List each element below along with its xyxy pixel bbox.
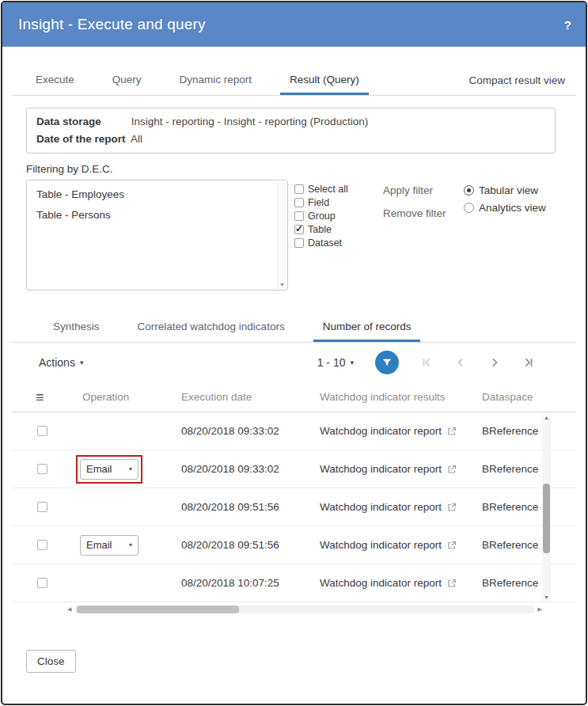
table-horizontal-scrollbar[interactable]: ◀ ▶ [67, 605, 542, 615]
result-tabstrip: Synthesis Correlated watchdog indicators… [12, 314, 576, 343]
row-checkbox[interactable] [37, 464, 47, 474]
checkbox-select-all[interactable]: Select all [294, 182, 370, 195]
filter-type-checkboxes: Select all Field Group Table Dataset [294, 180, 370, 249]
external-link-icon[interactable] [447, 465, 457, 474]
row-checkbox[interactable] [37, 540, 47, 550]
tab-number-of-records[interactable]: Number of records [313, 314, 421, 342]
checkbox-label: Group [308, 211, 336, 222]
column-header-execution-date[interactable]: Execution date [170, 391, 309, 403]
view-options: Tabular view Analytics view [464, 180, 546, 216]
column-header-dataspace[interactable]: Dataspace [471, 391, 542, 403]
tab-query[interactable]: Query [103, 67, 151, 95]
tab-dynamic-report[interactable]: Dynamic report [170, 67, 262, 95]
summary-label-report-date: Date of the report [36, 131, 128, 148]
listbox-scrollbar[interactable]: ▼ [277, 181, 286, 289]
checkbox-field[interactable]: Field [294, 195, 370, 209]
watchdog-report-link[interactable]: Watchdog indicator report [320, 539, 442, 551]
checkbox-icon [294, 238, 304, 248]
scroll-left-icon[interactable]: ◀ [67, 606, 71, 613]
summary-value-report-date: All [131, 133, 142, 145]
radio-icon [464, 185, 474, 195]
watchdog-cell: Watchdog indicator report [309, 577, 471, 589]
actions-menu-button[interactable]: Actions ▾ [39, 356, 83, 369]
apply-filter-link[interactable]: Apply filter [383, 184, 453, 196]
table-menu-icon[interactable]: ≡ [36, 389, 44, 405]
caret-down-icon: ▾ [80, 359, 84, 366]
execution-date: 08/20/2018 10:07:25 [170, 577, 309, 589]
vertical-scroll-thumb[interactable] [543, 484, 550, 553]
dialog-title: Insight - Execute and query [18, 16, 206, 33]
checkbox-table[interactable]: Table [294, 222, 370, 236]
radio-tabular-view[interactable]: Tabular view [464, 181, 546, 199]
dataspace-value: BReference [471, 539, 542, 551]
filtering-area: Table - Employees Table - Persons ▼ Sele… [26, 180, 576, 290]
watchdog-cell: Watchdog indicator report [309, 539, 471, 551]
filter-button[interactable] [375, 351, 399, 374]
last-page-icon[interactable] [522, 356, 535, 369]
filtering-title: Filtering by D.E.C. [26, 163, 576, 175]
watchdog-report-link[interactable]: Watchdog indicator report [320, 463, 442, 475]
table-vertical-scrollbar[interactable]: ▲ ▼ [542, 414, 551, 601]
listbox-item-employees[interactable]: Table - Employees [36, 188, 278, 200]
scroll-right-icon[interactable]: ▶ [538, 606, 542, 613]
scroll-down-icon[interactable]: ▼ [279, 282, 285, 287]
operation-select[interactable]: Email ▾ [80, 459, 138, 480]
help-icon[interactable]: ? [564, 18, 571, 32]
column-header-watchdog-results[interactable]: Watchdog indicator results [309, 391, 471, 403]
checkbox-label: Select all [308, 184, 348, 195]
summary-value-data-storage: Insight - reporting - Insight - reportin… [131, 116, 368, 127]
external-link-icon[interactable] [447, 503, 457, 512]
main-tabstrip: Execute Query Dynamic report Result (Que… [12, 67, 576, 96]
watchdog-cell: Watchdog indicator report [309, 463, 471, 475]
dataspace-value: BReference [471, 463, 542, 475]
watchdog-report-link[interactable]: Watchdog indicator report [320, 501, 442, 513]
radio-analytics-view[interactable]: Analytics view [464, 199, 546, 216]
row-checkbox[interactable] [37, 502, 47, 512]
caret-down-icon: ▾ [129, 541, 132, 548]
checkbox-label: Field [308, 197, 329, 208]
external-link-icon[interactable] [447, 427, 457, 436]
horizontal-scroll-thumb[interactable] [77, 605, 239, 613]
scroll-down-icon[interactable]: ▼ [544, 594, 549, 600]
table-row: 08/20/2018 10:07:25 Watchdog indicator r… [12, 564, 576, 602]
operation-select[interactable]: Email ▾ [80, 535, 138, 556]
checkbox-group[interactable]: Group [294, 209, 370, 222]
watchdog-cell: Watchdog indicator report [309, 425, 471, 437]
dataspace-value: BReference [471, 501, 542, 513]
first-page-icon[interactable] [420, 356, 433, 369]
pagination-controls: 1 - 10 ▾ [317, 351, 535, 374]
table-header: ≡ Operation Execution date Watchdog indi… [12, 382, 576, 412]
row-checkbox[interactable] [37, 578, 47, 588]
tab-synthesis[interactable]: Synthesis [44, 314, 109, 342]
checkbox-dataset[interactable]: Dataset [294, 236, 370, 249]
compact-result-view-link[interactable]: Compact result view [457, 68, 576, 95]
summary-label-data-storage: Data storage [36, 113, 128, 131]
column-header-operation[interactable]: Operation [71, 391, 170, 403]
checkbox-icon [294, 211, 304, 221]
checkbox-icon [294, 225, 304, 234]
dialog-footer: Close [26, 650, 576, 673]
tab-execute[interactable]: Execute [26, 67, 84, 95]
pagination-range-select[interactable]: 1 - 10 ▾ [317, 356, 354, 369]
external-link-icon[interactable] [447, 541, 457, 550]
close-button[interactable]: Close [26, 650, 76, 673]
listbox-item-persons[interactable]: Table - Persons [36, 209, 278, 221]
next-page-icon[interactable] [488, 356, 501, 369]
actions-label: Actions [39, 356, 75, 369]
external-link-icon[interactable] [447, 579, 457, 588]
previous-page-icon[interactable] [454, 356, 467, 369]
watchdog-report-link[interactable]: Watchdog indicator report [320, 577, 442, 589]
remove-filter-link[interactable]: Remove filter [383, 207, 453, 219]
tab-result-query[interactable]: Result (Query) [280, 67, 369, 95]
dialog-content: Execute Query Dynamic report Result (Que… [2, 67, 586, 673]
red-highlight-box: Email ▾ [76, 455, 142, 484]
checkbox-icon [294, 184, 304, 194]
row-checkbox[interactable] [37, 426, 47, 436]
operation-cell: Email ▾ [71, 455, 170, 484]
summary-row: Data storage Insight - reporting - Insig… [36, 113, 545, 131]
table-row: Email ▾ 08/20/2018 09:33:02 Watchdog ind… [12, 450, 576, 488]
watchdog-report-link[interactable]: Watchdog indicator report [320, 425, 442, 437]
execution-date: 08/20/2018 09:51:56 [170, 539, 309, 551]
scroll-up-icon[interactable]: ▲ [544, 415, 549, 420]
tab-correlated-watchdog-indicators[interactable]: Correlated watchdog indicators [128, 314, 294, 342]
